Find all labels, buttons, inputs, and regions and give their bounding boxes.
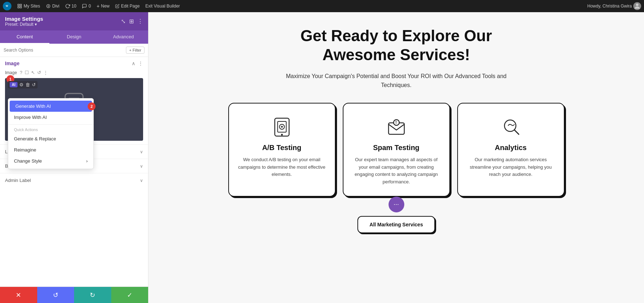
image-help-icon[interactable]: ?: [20, 70, 22, 75]
undo-button[interactable]: ↺: [37, 287, 74, 303]
tab-advanced[interactable]: Advanced: [99, 30, 148, 44]
service-cards-row: A/B Testing We conduct A/B testing on yo…: [218, 103, 575, 197]
svg-text:!: !: [395, 120, 397, 125]
svg-line-24: [514, 130, 519, 134]
link-chevron-icon: ∨: [140, 149, 143, 154]
spam-testing-desc: Our expert team manages all aspects of y…: [352, 156, 441, 186]
all-services-button[interactable]: All Marketing Services: [357, 216, 435, 233]
reimagine-item[interactable]: Reimagine: [8, 144, 93, 155]
analytics-icon: [500, 116, 522, 138]
filter-button[interactable]: + Filter: [126, 47, 145, 54]
improve-with-ai-item[interactable]: Improve With AI: [8, 112, 93, 123]
my-sites-menu[interactable]: My Sites: [17, 4, 40, 9]
ab-testing-icon: [271, 116, 293, 138]
divi-menu[interactable]: Divi: [46, 4, 59, 9]
spam-testing-icon: !: [386, 116, 407, 138]
panel-preset[interactable]: Preset: Default ▾: [5, 22, 43, 27]
image-phone-icon[interactable]: ☐: [25, 70, 29, 75]
image-cursor-icon[interactable]: ↖: [31, 70, 35, 75]
save-button[interactable]: ✓: [111, 287, 148, 303]
image-section-title: Image: [5, 61, 19, 66]
user-info[interactable]: Howdy, Christina Gwira: [587, 2, 641, 10]
ai-button[interactable]: AI: [10, 82, 18, 87]
svg-text:W: W: [6, 5, 8, 7]
quick-actions-label: Quick Actions: [8, 126, 93, 133]
comments-count[interactable]: 0: [82, 4, 91, 9]
panel-title: Image Settings: [5, 16, 43, 22]
cancel-button[interactable]: ✕: [0, 287, 37, 303]
admin-bar-right: Howdy, Christina Gwira: [587, 2, 641, 10]
more-icon[interactable]: ⋮: [137, 18, 143, 25]
generate-with-ai-item[interactable]: Generate With AI 2: [10, 101, 92, 112]
updates-count[interactable]: 10: [65, 4, 76, 9]
main-heading: Get Ready to Explore Our Awesome Service…: [271, 27, 522, 64]
main-layout: Image Settings Preset: Default ▾ ⤡ ⊞ ⋮ C…: [0, 0, 644, 303]
analytics-card: Analytics Our marketing automation servi…: [457, 103, 565, 197]
generate-replace-item[interactable]: Generate & Replace: [8, 133, 93, 144]
panel-tabs: Content Design Advanced: [0, 30, 148, 44]
image-preview-container: 1 AI ⚙ 🗑: [5, 78, 143, 141]
ai-dropdown-menu: Generate With AI 2 Improve With AI Quick…: [8, 98, 94, 169]
section-more-icon[interactable]: ⋮: [138, 61, 143, 66]
svg-point-19: [281, 134, 283, 135]
image-row-icons: ? ☐ ↖ ↺ ⋮: [20, 70, 48, 75]
toolbar-trash-icon[interactable]: 🗑: [25, 82, 30, 87]
svg-rect-4: [18, 6, 19, 8]
change-style-item[interactable]: Change Style ›: [8, 155, 93, 167]
image-field-label: Image: [5, 70, 17, 75]
new-item-menu[interactable]: + New: [97, 3, 109, 9]
svg-point-7: [636, 4, 638, 6]
dropdown-divider-1: [8, 124, 93, 125]
image-section-header: Image ∧ ⋮: [0, 57, 148, 68]
panel-content: Image ∧ ⋮ Image ? ☐ ↖ ↺ ⋮: [0, 57, 148, 287]
section-collapse-icon[interactable]: ∧: [132, 61, 135, 66]
layout-icon[interactable]: ⊞: [129, 18, 134, 25]
image-options-icon[interactable]: ⋮: [43, 70, 48, 75]
admin-label-chevron-icon: ∨: [140, 178, 143, 183]
toolbar-gear-icon[interactable]: ⚙: [19, 82, 24, 87]
exit-visual-builder-btn[interactable]: Exit Visual Builder: [145, 4, 180, 9]
admin-label-section[interactable]: Admin Label ∨: [0, 173, 148, 187]
tab-content[interactable]: Content: [0, 30, 49, 44]
image-toolbar: AI ⚙ 🗑 ↺: [8, 81, 38, 88]
analytics-desc: Our marketing automation services stream…: [467, 156, 555, 178]
spam-testing-title: Spam Testing: [373, 144, 420, 152]
panel-search-bar: + Filter: [0, 44, 148, 57]
bottom-section: ··· All Marketing Services: [357, 207, 435, 233]
svg-rect-3: [20, 4, 21, 6]
edit-page-btn[interactable]: Edit Page: [115, 4, 140, 9]
search-options-input[interactable]: [4, 48, 123, 53]
wp-admin-bar: W My Sites Divi 10 0 + New Edit Page Exi…: [0, 0, 644, 12]
submenu-arrow-icon: ›: [86, 158, 88, 164]
image-undo-icon[interactable]: ↺: [37, 70, 41, 75]
right-content-area: Get Ready to Explore Our Awesome Service…: [148, 12, 644, 303]
panel-header-left: Image Settings Preset: Default ▾: [5, 16, 43, 27]
background-chevron-icon: ∨: [140, 164, 143, 169]
svg-rect-2: [18, 4, 19, 6]
fab-button[interactable]: ···: [389, 197, 404, 212]
analytics-title: Analytics: [495, 144, 527, 152]
ab-testing-card: A/B Testing We conduct A/B testing on yo…: [228, 103, 336, 197]
spam-testing-card: ! Spam Testing Our expert team manages a…: [343, 103, 450, 197]
expand-icon[interactable]: ⤡: [121, 18, 126, 25]
ab-testing-title: A/B Testing: [262, 144, 302, 152]
ab-testing-desc: We conduct A/B testing on your email cam…: [238, 156, 326, 178]
step-badge-2: 2: [88, 102, 96, 110]
panel-header: Image Settings Preset: Default ▾ ⤡ ⊞ ⋮: [0, 12, 148, 30]
wp-logo-icon[interactable]: W: [3, 2, 11, 10]
panel-header-icons: ⤡ ⊞ ⋮: [121, 18, 143, 25]
svg-rect-5: [20, 6, 21, 8]
panel-footer: ✕ ↺ ↻ ✓: [0, 287, 148, 303]
toolbar-undo-icon[interactable]: ↺: [32, 82, 36, 87]
image-row: Image ? ☐ ↖ ↺ ⋮: [0, 68, 148, 78]
redo-button[interactable]: ↻: [74, 287, 111, 303]
tab-design[interactable]: Design: [49, 30, 99, 44]
section-icons: ∧ ⋮: [132, 61, 143, 66]
admin-label-section-label: Admin Label: [5, 178, 31, 183]
left-panel: Image Settings Preset: Default ▾ ⤡ ⊞ ⋮ C…: [0, 12, 148, 303]
main-subheading: Maximize Your Campaign's Potential and B…: [275, 72, 518, 90]
